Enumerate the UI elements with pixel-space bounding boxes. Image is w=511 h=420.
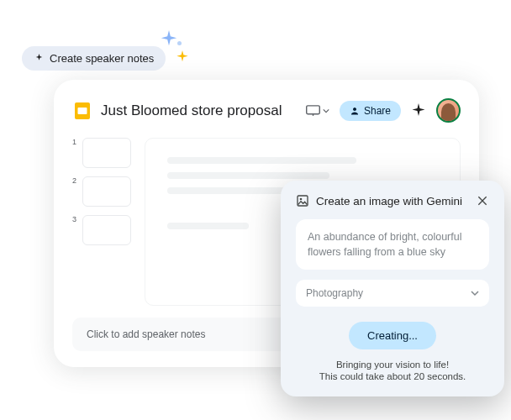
gemini-icon-button[interactable] bbox=[411, 103, 426, 118]
thumb-num: 3 bbox=[72, 215, 77, 223]
sparkle-gold-icon bbox=[176, 50, 189, 64]
creating-button[interactable]: Creating... bbox=[349, 322, 436, 349]
google-slides-icon bbox=[72, 101, 92, 121]
close-icon[interactable] bbox=[476, 194, 489, 207]
slide-thumb[interactable] bbox=[82, 215, 131, 245]
create-speaker-notes-chip[interactable]: Create speaker notes bbox=[22, 46, 166, 71]
chip-label: Create speaker notes bbox=[50, 52, 154, 65]
sparkle-icon bbox=[34, 53, 45, 64]
account-avatar[interactable] bbox=[436, 98, 461, 123]
thumb-num: 2 bbox=[72, 176, 77, 185]
skeleton-line bbox=[167, 172, 329, 179]
people-icon bbox=[350, 106, 360, 116]
chevron-down-icon bbox=[323, 108, 329, 114]
present-button[interactable] bbox=[306, 105, 329, 116]
status-message: Bringing your vision to life! bbox=[296, 360, 489, 370]
status-eta: This could take about 20 seconds. bbox=[296, 371, 489, 381]
skeleton-line bbox=[167, 157, 356, 164]
svg-point-4 bbox=[300, 198, 303, 201]
presentation-title[interactable]: Just Bloomed store proposal bbox=[101, 102, 298, 119]
style-label: Photography bbox=[306, 287, 363, 299]
slide-thumb[interactable] bbox=[82, 138, 131, 168]
chevron-down-icon bbox=[471, 289, 479, 297]
share-button[interactable]: Share bbox=[340, 101, 401, 121]
share-label: Share bbox=[364, 105, 391, 117]
sparkle-dot-icon bbox=[177, 41, 182, 45]
svg-rect-1 bbox=[78, 108, 87, 114]
gemini-create-image-panel: Create an image with Gemini An abundance… bbox=[281, 181, 504, 396]
prompt-input[interactable]: An abundance of bright, colourful flower… bbox=[296, 219, 489, 270]
style-select[interactable]: Photography bbox=[296, 280, 489, 307]
slide-thumb[interactable] bbox=[82, 176, 131, 207]
sparkle-icon bbox=[411, 103, 426, 118]
image-icon bbox=[296, 194, 309, 207]
present-icon bbox=[306, 105, 320, 116]
thumb-num: 1 bbox=[72, 138, 77, 146]
svg-rect-2 bbox=[307, 106, 320, 114]
sparkle-blue-icon bbox=[160, 30, 178, 49]
skeleton-line bbox=[167, 223, 249, 229]
slide-thumbnails: 1 2 3 bbox=[72, 138, 131, 306]
panel-title: Create an image with Gemini bbox=[316, 195, 469, 207]
slides-header: Just Bloomed store proposal Share bbox=[72, 98, 461, 123]
